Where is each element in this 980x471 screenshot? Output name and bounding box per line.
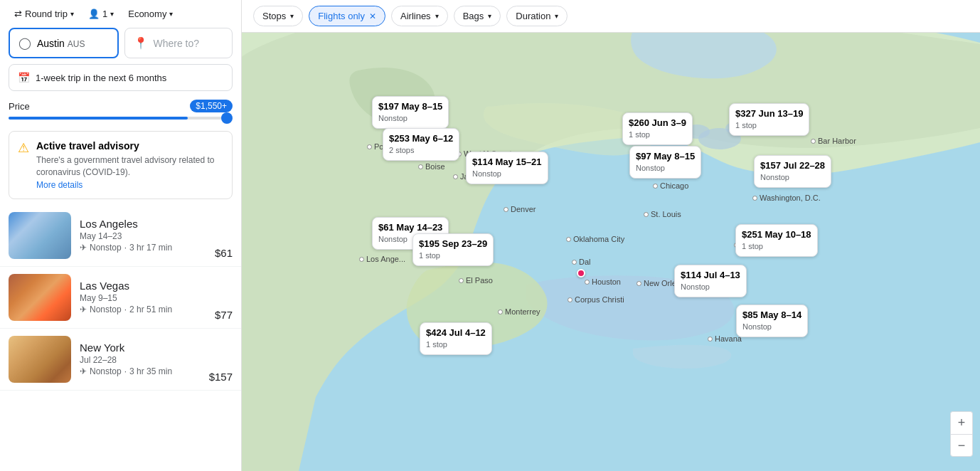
city-label: Corpus Christi: [568, 295, 624, 304]
trip-type-button[interactable]: ⇄ Round trip ▾: [9, 6, 80, 22]
date-picker[interactable]: 📅 1-week trip in the next 6 months: [9, 64, 233, 91]
advisory-link[interactable]: More details: [36, 180, 82, 190]
city-dot: [752, 196, 757, 201]
city-name: Dal: [579, 258, 591, 266]
airlines-filter[interactable]: Airlines ▾: [391, 6, 448, 26]
city-label: El Paso: [459, 276, 493, 285]
city-label: Houston: [585, 277, 621, 286]
city-label: Washington, D.C.: [752, 194, 821, 202]
city-name: Los Ange...: [366, 255, 405, 263]
city-label: Dal: [572, 258, 591, 266]
destination-flight: ✈ Nonstop · 2 hr 51 min: [80, 305, 215, 314]
city-name: Chicago: [660, 181, 688, 190]
destination-input[interactable]: 📍 Where to?: [124, 28, 233, 58]
bags-filter-label: Bags: [463, 11, 484, 21]
city-dot: [568, 297, 572, 302]
destination-card[interactable]: New York Jul 22–28 ✈ Nonstop · 3 hr 35 m…: [0, 329, 241, 391]
stops-label: Nonstop: [90, 243, 122, 253]
city-name: Boise: [425, 162, 445, 171]
city-name: Bar Harbor: [818, 137, 856, 145]
map-price-marker[interactable]: $85 May 8–14 Nonstop: [736, 305, 808, 337]
advisory-content: Active travel advisory There's a governm…: [36, 140, 223, 190]
map-price-marker[interactable]: $260 Jun 3–9 1 stop: [622, 112, 693, 145]
city-dot: [585, 280, 590, 285]
bags-filter[interactable]: Bags ▾: [454, 6, 501, 26]
map-price-marker[interactable]: $197 May 8–15 Nonstop: [372, 96, 449, 129]
destination-card[interactable]: Las Vegas May 9–15 ✈ Nonstop · 2 hr 51 m…: [0, 267, 241, 329]
price-badge: $1,550+: [190, 100, 233, 112]
flights-only-filter[interactable]: Flights only ✕: [309, 6, 385, 26]
marker-stops: 1 stop: [419, 250, 487, 261]
destination-dates: May 9–15: [80, 293, 215, 303]
map-price-marker[interactable]: $327 Jun 13–19 1 stop: [729, 103, 809, 136]
plane-icon: ✈: [80, 366, 87, 376]
marker-price: $195 Sep 23–29: [419, 238, 487, 250]
marker-stops: Nonstop: [472, 169, 542, 179]
marker-price: $61 May 14–23: [378, 221, 442, 234]
zoom-in-button[interactable]: +: [950, 411, 973, 434]
map-price-marker[interactable]: $157 Jul 22–28 Nonstop: [754, 155, 831, 188]
city-label: Los Ange...: [359, 255, 405, 263]
plane-icon: ✈: [80, 305, 87, 314]
map-background: SeattlePortlandBoiseJacksonDenverEl Paso…: [242, 0, 980, 471]
destination-placeholder: Where to?: [154, 38, 200, 49]
trip-type-icon: ⇄: [14, 9, 22, 19]
passengers-button[interactable]: 👤 1 ▾: [82, 6, 119, 22]
destination-image: [9, 212, 71, 259]
city-dot: [708, 337, 713, 342]
destination-card[interactable]: Los Angeles May 14–23 ✈ Nonstop · 3 hr 1…: [0, 205, 241, 267]
separator: ·: [124, 305, 127, 314]
marker-price: $251 May 10–18: [742, 228, 811, 241]
stops-filter[interactable]: Stops ▾: [253, 6, 303, 26]
map-price-marker[interactable]: $253 May 6–12 2 stops: [383, 128, 459, 161]
advisory-title: Active travel advisory: [36, 140, 223, 152]
city-label: Boise: [418, 162, 445, 171]
duration-filter-label: Duration: [516, 11, 550, 21]
trip-type-label: Round trip: [25, 9, 68, 19]
map-area[interactable]: SeattlePortlandBoiseJacksonDenverEl Paso…: [242, 0, 980, 471]
zoom-controls: + −: [950, 411, 973, 457]
map-price-marker[interactable]: $114 May 15–21 Nonstop: [466, 152, 548, 184]
destination-image: [9, 336, 71, 383]
duration-filter[interactable]: Duration ▾: [506, 6, 568, 26]
advisory-text: There's a government travel advisory rel…: [36, 154, 223, 179]
city-dot: [637, 281, 641, 286]
city-label: Bar Harbor: [811, 137, 856, 145]
city-name: Houston: [592, 277, 621, 286]
filter-bar: Stops ▾ Flights only ✕ Airlines ▾ Bags ▾…: [242, 0, 980, 33]
destination-price: $61: [215, 247, 233, 259]
city-label: Havana: [708, 334, 742, 343]
origin-input[interactable]: ◯ Austin AUS: [9, 28, 119, 58]
marker-stops: Nonstop: [681, 282, 740, 292]
city-name: El Paso: [466, 276, 493, 285]
city-dot: [453, 174, 458, 179]
city-dot: [504, 207, 508, 212]
destination-name: New York: [80, 342, 209, 354]
left-panel: ⇄ Round trip ▾ 👤 1 ▾ Economy ▾ ◯ Austin …: [0, 0, 242, 471]
marker-price: $260 Jun 3–9: [629, 117, 686, 129]
city-dot: [367, 144, 372, 149]
search-row: ◯ Austin AUS 📍 Where to?: [9, 28, 233, 58]
zoom-out-button[interactable]: −: [950, 434, 973, 457]
map-price-marker[interactable]: $424 Jul 4–12 1 stop: [420, 322, 492, 355]
duration-label: 2 hr 51 min: [129, 305, 172, 314]
marker-stops: Nonstop: [378, 113, 442, 124]
map-price-marker[interactable]: $97 May 8–15 Nonstop: [629, 146, 701, 179]
cabin-button[interactable]: Economy ▾: [122, 6, 179, 22]
person-icon: 👤: [88, 9, 100, 19]
map-price-marker[interactable]: $195 Sep 23–29 1 stop: [412, 233, 494, 266]
duration-label: 3 hr 35 min: [129, 366, 172, 376]
marker-price: $327 Jun 13–19: [735, 107, 803, 120]
destination-image: [9, 274, 71, 321]
price-slider-track[interactable]: [9, 117, 233, 120]
marker-stops: 1 stop: [735, 120, 803, 131]
marker-price: $85 May 8–14: [742, 309, 801, 322]
map-price-marker[interactable]: $114 Jul 4–13 Nonstop: [674, 265, 747, 297]
price-slider-thumb[interactable]: [221, 112, 233, 124]
trip-type-chevron: ▾: [70, 10, 74, 18]
flights-only-label: Flights only: [318, 11, 365, 21]
calendar-icon: 📅: [18, 72, 30, 83]
map-price-marker[interactable]: $251 May 10–18 1 stop: [735, 224, 818, 257]
price-section: Price $1,550+: [0, 97, 241, 125]
flights-only-close[interactable]: ✕: [369, 11, 376, 21]
